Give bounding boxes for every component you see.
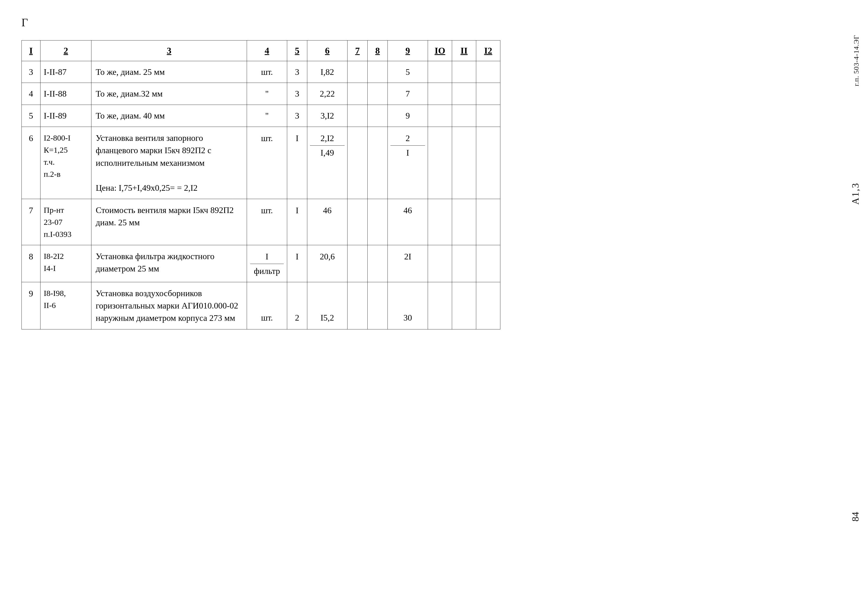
row3-num: 3: [22, 61, 40, 83]
row5-col8: [368, 105, 388, 127]
row6-unit: шт.: [247, 127, 287, 199]
table-row: 4 I-ІІ-88 То же, диам.32 мм " 3 2,22 7: [22, 83, 500, 105]
page: Г г.п. 503-4-14.ЭГ А1,3 84 I 2 3 4: [0, 0, 868, 602]
row7-num: 7: [22, 199, 40, 245]
row6-ref: I2-800-IК=1,25т.ч.п.2-в: [40, 127, 92, 199]
row9-ref: I8-I98,II-6: [40, 282, 92, 329]
row5-unit: ": [247, 105, 287, 127]
row5-qty: 3: [287, 105, 307, 127]
row8-col12: [476, 245, 500, 282]
row6-desc: Установка вентиля запорного фланцевого м…: [92, 127, 247, 199]
row7-unit: шт.: [247, 199, 287, 245]
table-row: 8 I8-2I2I4-I Установка фильтра жидкостно…: [22, 245, 500, 282]
row3-col10: [428, 61, 452, 83]
row9-col9: 30: [388, 282, 428, 329]
row7-col11: [452, 199, 476, 245]
row3-col12: [476, 61, 500, 83]
row8-desc: Установка фильтра жидкостного диаметром …: [92, 245, 247, 282]
row4-unit: ": [247, 83, 287, 105]
row3-col7: [348, 61, 368, 83]
row9-col8: [368, 282, 388, 329]
row3-col11: [452, 61, 476, 83]
row4-col12: [476, 83, 500, 105]
row7-price: 46: [307, 199, 348, 245]
row9-num: 9: [22, 282, 40, 329]
row6-col10: [428, 127, 452, 199]
row7-col8: [368, 199, 388, 245]
row3-col8: [368, 61, 388, 83]
col-header-6: 6: [307, 40, 348, 61]
right-label-page: 84: [850, 512, 861, 522]
row8-qty: I: [287, 245, 307, 282]
row4-col8: [368, 83, 388, 105]
row4-ref: I-ІІ-88: [40, 83, 92, 105]
row7-qty: I: [287, 199, 307, 245]
row5-col9: 9: [388, 105, 428, 127]
row4-col11: [452, 83, 476, 105]
row6-col8: [368, 127, 388, 199]
row8-col7: [348, 245, 368, 282]
row9-desc: Установка воздухосборников горизонтальны…: [92, 282, 247, 329]
table-row: 7 Пр-нт23-07п.I-0393 Стоимость вентиля м…: [22, 199, 500, 245]
row8-col10: [428, 245, 452, 282]
row7-desc: Стоимость вентиля марки I5кч 892П2 диам.…: [92, 199, 247, 245]
row5-col12: [476, 105, 500, 127]
table-row: 3 I-ІІ-87 То же, диам. 25 мм шт. 3 I,82 …: [22, 61, 500, 83]
row5-col11: [452, 105, 476, 127]
row3-col9: 5: [388, 61, 428, 83]
row6-num: 6: [22, 127, 40, 199]
right-label-doc: г.п. 503-4-14.ЭГ: [853, 35, 860, 86]
row3-price: I,82: [307, 61, 348, 83]
row4-col10: [428, 83, 452, 105]
row9-col12: [476, 282, 500, 329]
row8-col9: 2I: [388, 245, 428, 282]
row5-col10: [428, 105, 452, 127]
row7-col9: 46: [388, 199, 428, 245]
row8-unit: I фильтр: [247, 245, 287, 282]
corner-tl: Г: [21, 16, 28, 29]
row5-desc: То же, диам. 40 мм: [92, 105, 247, 127]
row3-qty: 3: [287, 61, 307, 83]
row6-col11: [452, 127, 476, 199]
row8-price: 20,6: [307, 245, 348, 282]
row9-col7: [348, 282, 368, 329]
col-header-2: 2: [40, 40, 92, 61]
row9-unit: шт.: [247, 282, 287, 329]
right-label-section: А1,3: [850, 183, 861, 205]
row9-qty: 2: [287, 282, 307, 329]
col-header-4: 4: [247, 40, 287, 61]
col-header-11: II: [452, 40, 476, 61]
table-row: 5 I-ІІ-89 То же, диам. 40 мм " 3 3,I2 9: [22, 105, 500, 127]
row5-price: 3,I2: [307, 105, 348, 127]
row6-price: 2,I2 I,49: [307, 127, 348, 199]
row7-col10: [428, 199, 452, 245]
row5-ref: I-ІІ-89: [40, 105, 92, 127]
col-header-9: 9: [388, 40, 428, 61]
row3-unit: шт.: [247, 61, 287, 83]
col-header-8: 8: [368, 40, 388, 61]
col-header-12: I2: [476, 40, 500, 61]
row5-num: 5: [22, 105, 40, 127]
row6-qty: I: [287, 127, 307, 199]
row7-col12: [476, 199, 500, 245]
row7-col7: [348, 199, 368, 245]
table-row: 6 I2-800-IК=1,25т.ч.п.2-в Установка вент…: [22, 127, 500, 199]
row8-col11: [452, 245, 476, 282]
row7-ref: Пр-нт23-07п.I-0393: [40, 199, 92, 245]
main-table: I 2 3 4 5 6 7 8 9 IO II I2 3 I-ІІ-87 То …: [21, 40, 500, 329]
row6-col7: [348, 127, 368, 199]
col-header-10: IO: [428, 40, 452, 61]
col-header-5: 5: [287, 40, 307, 61]
row4-qty: 3: [287, 83, 307, 105]
row5-col7: [348, 105, 368, 127]
col-header-7: 7: [348, 40, 368, 61]
row8-ref: I8-2I2I4-I: [40, 245, 92, 282]
row3-desc: То же, диам. 25 мм: [92, 61, 247, 83]
row8-num: 8: [22, 245, 40, 282]
col-header-1: I: [22, 40, 40, 61]
row4-price: 2,22: [307, 83, 348, 105]
row4-col9: 7: [388, 83, 428, 105]
row3-ref: I-ІІ-87: [40, 61, 92, 83]
row9-price: I5,2: [307, 282, 348, 329]
col-header-3: 3: [92, 40, 247, 61]
